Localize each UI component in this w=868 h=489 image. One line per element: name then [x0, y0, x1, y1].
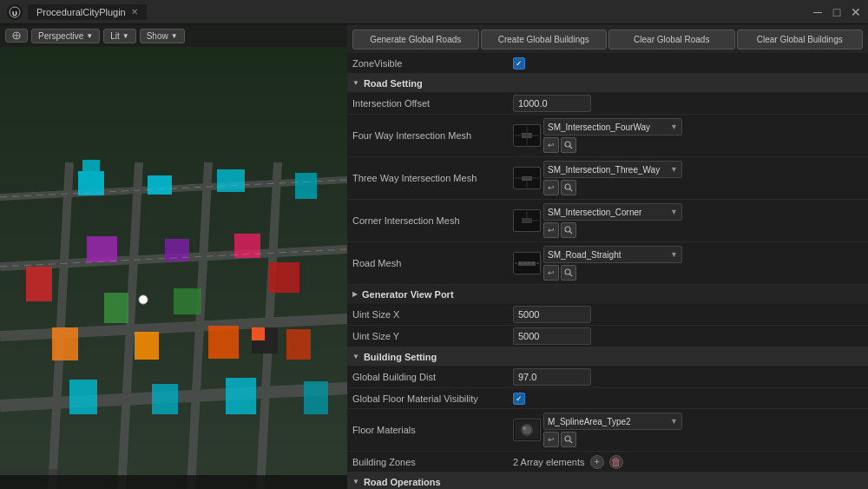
global-floor-mat-vis-row: Global Floor Material Visibility ✓ [347, 388, 868, 409]
uint-size-y-input[interactable] [513, 327, 591, 345]
three-way-mesh-name: SM_Intersection_Three_Way [548, 165, 667, 175]
road-mesh-value: SM_Road_Straight ▼ ↩ [513, 246, 863, 281]
road-mesh-dropdown[interactable]: SM_Road_Straight ▼ [543, 246, 682, 263]
minimize-button[interactable]: ─ [812, 7, 823, 17]
building-zones-count: 2 Array elements [513, 457, 585, 467]
zone-visible-checkbox[interactable]: ✓ [513, 57, 525, 69]
four-way-mesh-dropdown[interactable]: SM_Intersection_FourWay ▼ [543, 118, 682, 135]
floor-materials-arrow: ▼ [670, 417, 678, 426]
svg-point-68 [523, 426, 526, 430]
corner-mesh-name: SM_Intersection_Corner [548, 208, 667, 217]
svg-rect-36 [252, 340, 265, 354]
road-mesh-row-controls: SM_Road_Straight ▼ ↩ [513, 246, 682, 281]
lit-arrow: ▼ [122, 32, 129, 40]
floor-materials-dropdown[interactable]: M_SplineArea_Type2 ▼ [543, 413, 682, 430]
action-buttons-bar: Generate Global Roads Create Global Buil… [347, 24, 868, 53]
road-mesh-label: Road Mesh [352, 258, 513, 268]
three-way-browse-icon[interactable]: ↩ [543, 180, 559, 195]
plugin-tab[interactable]: ProceduralCityPlugin ✕ [28, 4, 147, 20]
road-mesh-browse-icon[interactable]: ↩ [543, 265, 559, 281]
road-operations-arrow: ▼ [352, 478, 359, 486]
tab-close-icon[interactable]: ✕ [131, 7, 138, 17]
global-building-dist-input[interactable] [513, 368, 591, 386]
svg-rect-41 [0, 475, 347, 489]
three-way-mesh-thumbnail [513, 167, 541, 189]
global-building-dist-label: Global Building Dist [352, 372, 513, 382]
show-label: Show [147, 31, 168, 41]
uint-size-y-label: Uint Size Y [352, 331, 513, 341]
create-global-buildings-button[interactable]: Create Global Buildings [481, 30, 608, 50]
title-bar-controls: ─ □ ✕ [812, 7, 861, 17]
building-zones-add-button[interactable]: + [590, 455, 604, 469]
generator-viewport-title: Generator View Port [362, 289, 454, 300]
svg-point-69 [565, 436, 570, 441]
three-way-find-icon[interactable] [561, 180, 576, 195]
maximize-button[interactable]: □ [832, 7, 842, 17]
title-bar-left: U ProceduralCityPlugin ✕ [7, 4, 812, 20]
corner-mesh-row-controls: SM_Intersection_Corner ▼ ↩ [513, 203, 682, 238]
svg-rect-26 [52, 327, 78, 360]
ue-logo: U [7, 4, 23, 20]
generate-global-roads-button[interactable]: Generate Global Roads [352, 30, 479, 50]
corner-mesh-dropdown[interactable]: SM_Intersection_Corner ▼ [543, 203, 682, 221]
floor-materials-find-icon[interactable] [561, 432, 576, 447]
road-mesh-row: Road Mesh SM_Road_Straight [347, 242, 868, 285]
viewport-options-button[interactable] [5, 29, 28, 43]
building-zones-clear-button[interactable]: 🗑 [609, 455, 623, 469]
global-floor-mat-vis-checkbox[interactable]: ✓ [513, 393, 525, 405]
four-way-mesh-controls: SM_Intersection_FourWay ▼ ↩ [543, 118, 682, 153]
floor-materials-browse-icon[interactable]: ↩ [543, 432, 559, 447]
svg-rect-34 [252, 327, 265, 340]
intersection-offset-value [513, 95, 863, 112]
road-setting-title: Road Setting [364, 78, 423, 89]
building-setting-section[interactable]: ▼ Building Setting [347, 347, 868, 367]
clear-global-buildings-button[interactable]: Clear Global Buildings [737, 30, 864, 50]
svg-rect-16 [148, 175, 172, 195]
corner-find-icon[interactable] [561, 222, 576, 238]
zone-visible-value: ✓ [513, 57, 863, 69]
lit-button[interactable]: Lit ▼ [103, 29, 135, 43]
perspective-button[interactable]: Perspective ▼ [31, 29, 100, 43]
close-window-button[interactable]: ✕ [851, 7, 861, 17]
building-setting-title: Building Setting [364, 352, 437, 362]
global-floor-mat-vis-value: ✓ [513, 393, 863, 405]
four-way-mesh-name: SM_Intersection_FourWay [548, 122, 667, 132]
three-way-mesh-row: Three Way Intersection Mesh [347, 157, 868, 200]
three-way-mesh-dropdown[interactable]: SM_Intersection_Three_Way ▼ [543, 161, 682, 178]
svg-line-48 [570, 147, 573, 149]
svg-rect-31 [152, 384, 178, 414]
corner-dropdown-arrow: ▼ [670, 208, 678, 216]
four-way-mesh-label: Four Way Intersection Mesh [352, 130, 513, 141]
svg-rect-35 [265, 340, 278, 354]
main-content: Perspective ▼ Lit ▼ Show ▼ [0, 24, 868, 489]
floor-materials-row: Floor Materials [347, 409, 868, 452]
road-operations-section[interactable]: ▼ Road Operations [347, 472, 868, 489]
properties-scroll-area[interactable]: ZoneVisible ✓ ▼ Road Setting Intersectio… [347, 53, 868, 489]
intersection-offset-input[interactable] [513, 95, 591, 112]
city-viewport-canvas[interactable] [0, 24, 347, 489]
clear-global-roads-button[interactable]: Clear Global Roads [608, 30, 735, 50]
title-bar: U ProceduralCityPlugin ✕ ─ □ ✕ [0, 0, 868, 24]
four-way-find-icon[interactable] [561, 137, 576, 153]
corner-mesh-label: Corner Intersection Mesh [352, 215, 513, 226]
uint-size-x-input[interactable] [513, 306, 591, 323]
generator-viewport-section[interactable]: ▶ Generator View Port [347, 285, 868, 304]
corner-mesh-row: Corner Intersection Mesh [347, 200, 868, 242]
uint-size-y-row: Uint Size Y [347, 326, 868, 347]
uint-size-x-label: Uint Size X [352, 309, 513, 320]
uint-size-x-value [513, 306, 863, 323]
svg-point-53 [565, 184, 570, 189]
svg-point-58 [565, 227, 570, 232]
road-mesh-find-icon[interactable] [561, 265, 576, 281]
corner-browse-icon[interactable]: ↩ [543, 222, 559, 238]
show-button[interactable]: Show ▼ [140, 29, 185, 43]
lit-label: Lit [110, 31, 120, 41]
viewport-toolbar: Perspective ▼ Lit ▼ Show ▼ [0, 24, 347, 47]
four-way-browse-icon[interactable]: ↩ [543, 137, 559, 153]
three-way-mesh-value: SM_Intersection_Three_Way ▼ ↩ [513, 161, 863, 195]
svg-point-38 [139, 295, 148, 304]
svg-rect-22 [26, 267, 52, 301]
global-building-dist-value [513, 368, 863, 386]
svg-rect-23 [269, 262, 299, 293]
road-setting-section[interactable]: ▼ Road Setting [347, 74, 868, 93]
